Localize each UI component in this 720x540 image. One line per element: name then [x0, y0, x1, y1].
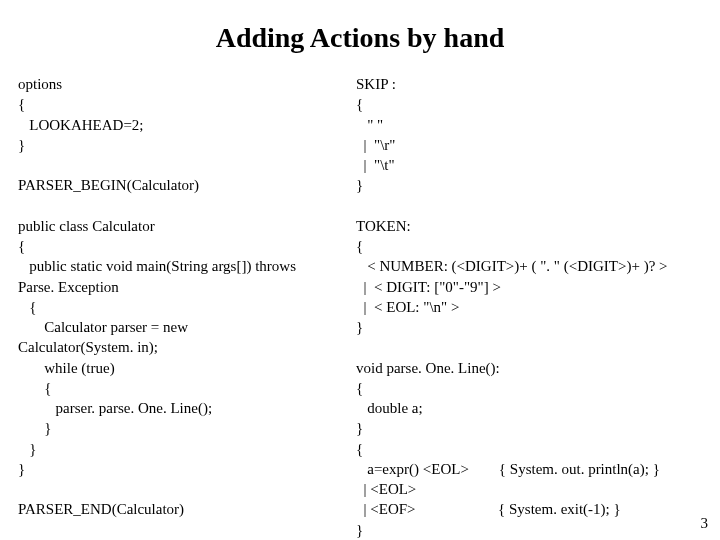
code-right-column: SKIP : { " " | "\r" | "\t" } TOKEN: { < …: [356, 74, 708, 540]
slide: Adding Actions by hand options { LOOKAHE…: [0, 0, 720, 540]
code-left-column: options { LOOKAHEAD=2; } PARSER_BEGIN(Ca…: [18, 74, 356, 540]
page-number: 3: [701, 515, 709, 532]
content-columns: options { LOOKAHEAD=2; } PARSER_BEGIN(Ca…: [0, 64, 720, 540]
slide-title: Adding Actions by hand: [0, 0, 720, 64]
